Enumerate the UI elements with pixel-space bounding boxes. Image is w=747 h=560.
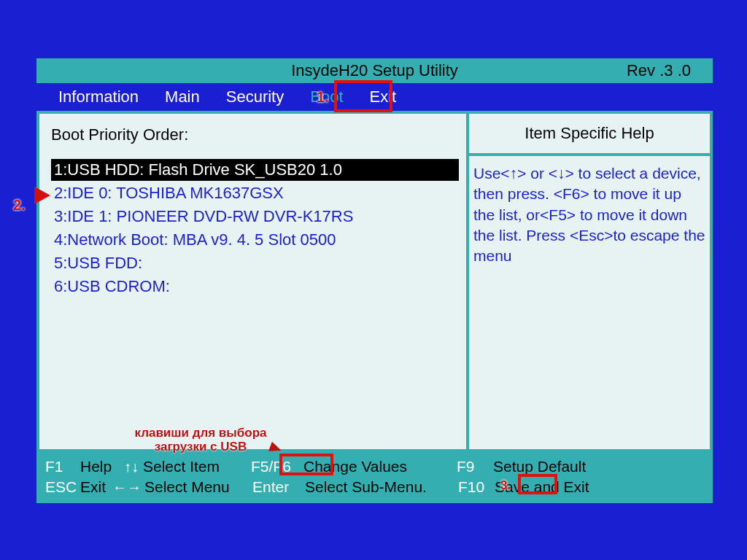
footer-row-2: ESC Exit ← → Select Menu Enter Select Su… (45, 477, 704, 497)
help-body: Use<↑> or <↓> to select a device, then p… (469, 156, 710, 274)
label-help: Help (80, 458, 124, 475)
help-title: Item Specific Help (469, 114, 710, 156)
annotation-1: 1. (317, 89, 329, 106)
boot-item-2[interactable]: 2:IDE 0: TOSHIBA MK1637GSX (51, 182, 459, 204)
label-exit: Exit (80, 478, 112, 496)
annotation-caption-line1: клавиши для выбора (134, 426, 266, 440)
boot-item-3[interactable]: 3:IDE 1: PIONEER DVD-RW DVR-K17RS (51, 206, 459, 228)
key-f10: F10 (458, 478, 484, 495)
boot-item-1[interactable]: 1:USB HDD: Flash Drive SK_USB20 1.0 (51, 159, 459, 181)
help-panel: Item Specific Help Use<↑> or <↓> to sele… (469, 114, 710, 449)
title-bar: InsydeH20 Setup Utility Rev .3 .0 (36, 58, 713, 83)
key-enter: Enter (252, 478, 289, 495)
footer-bar: F1 Help ↑ ↓ Select Item F5/F6 Change Val… (36, 452, 713, 503)
label-select-item: Select Item (143, 458, 251, 475)
label-select-menu: Select Menu (144, 478, 252, 496)
label-select-submenu: Select Sub-Menu. (305, 478, 458, 496)
annotation-caption-line2: загрузки с USB (155, 440, 247, 454)
key-f1: F1 (45, 458, 63, 475)
label-change-values: Change Values (303, 458, 457, 475)
revision-label: Rev .3 .0 (627, 61, 713, 80)
utility-title: InsydeH20 Setup Utility (36, 61, 713, 80)
footer-row-1: F1 Help ↑ ↓ Select Item F5/F6 Change Val… (45, 456, 704, 477)
arrow-right-icon: → (127, 479, 142, 496)
menu-main[interactable]: Main (152, 85, 213, 109)
arrow-left-icon: ← (112, 479, 127, 496)
annotation-2-arrow-icon (34, 187, 50, 204)
key-f9: F9 (457, 458, 475, 475)
content-area: Boot Priority Order: 1:USB HDD: Flash Dr… (36, 111, 713, 452)
boot-order-panel: Boot Priority Order: 1:USB HDD: Flash Dr… (39, 114, 469, 449)
key-esc: ESC (45, 478, 77, 495)
menu-exit[interactable]: Exit (357, 85, 410, 109)
arrow-down-icon: ↓ (131, 459, 139, 475)
boot-order-heading: Boot Priority Order: (51, 125, 459, 144)
boot-item-4[interactable]: 4:Network Boot: MBA v9. 4. 5 Slot 0500 (51, 229, 459, 251)
menu-bar: Information Main Security Boot Exit (36, 83, 713, 111)
menu-information[interactable]: Information (45, 85, 152, 109)
arrow-up-icon: ↑ (124, 459, 131, 475)
annotation-caption: клавиши для выбора загрузки с USB (124, 427, 277, 454)
boot-item-6[interactable]: 6:USB CDROM: (51, 276, 459, 298)
menu-security[interactable]: Security (213, 85, 297, 109)
annotation-3: 3. (500, 478, 511, 493)
key-f5f6: F5/F6 (251, 458, 291, 475)
boot-item-5[interactable]: 5:USB FDD: (51, 252, 459, 274)
annotation-2: 2. (13, 197, 26, 214)
label-setup-default: Setup Default (493, 458, 586, 475)
